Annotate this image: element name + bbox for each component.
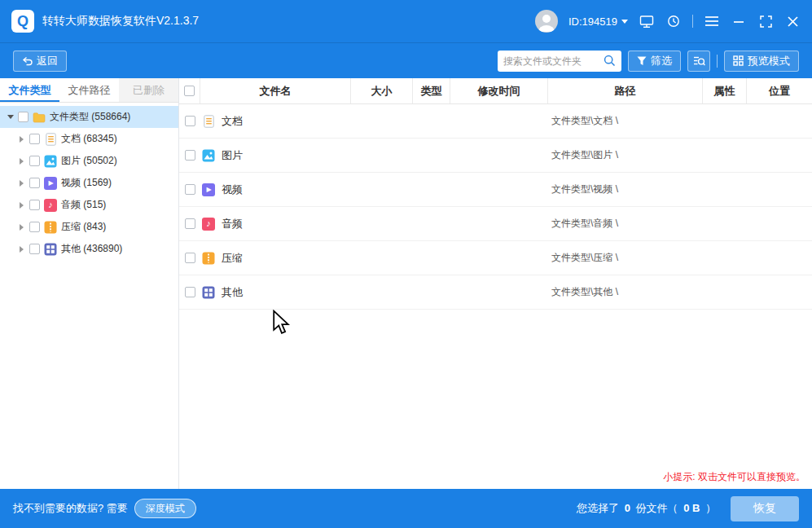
tree-root-checkbox[interactable] [18, 112, 29, 122]
file-name: 音频 [222, 217, 243, 231]
statusbar: 找不到需要的数据? 需要 深度模式 您选择了 0 份文件（ 0 B ） 恢复 [0, 489, 812, 528]
tree-item-images[interactable]: 图片 (50502) [0, 150, 178, 172]
collapse-caret-icon[interactable] [20, 224, 24, 231]
table-row-archives[interactable]: 压缩 文件类型\压缩 \ [179, 241, 812, 275]
filter-funnel-icon [637, 56, 647, 66]
filter-button[interactable]: 筛选 [628, 51, 681, 72]
user-id-dropdown[interactable]: ID:194519 [568, 15, 628, 28]
close-icon [788, 16, 798, 27]
archive-icon [44, 221, 57, 234]
recover-button[interactable]: 恢复 [731, 496, 799, 521]
back-button[interactable]: 返回 [13, 51, 67, 72]
tree-item-videos[interactable]: ▶ 视频 (1569) [0, 172, 178, 194]
tree-item-audio[interactable]: ♪ 音频 (515) [0, 194, 178, 216]
user-silhouette-icon [535, 10, 558, 33]
file-table: 文件名 大小 类型 修改时间 路径 属性 位置 文档 文件类 [179, 78, 812, 489]
select-all-checkbox[interactable] [184, 86, 195, 96]
list-search-icon [693, 55, 705, 67]
folder-icon [33, 111, 46, 124]
tree-item-label: 图片 (50502) [61, 154, 117, 168]
tree-item-checkbox[interactable] [29, 134, 40, 144]
expand-caret-icon[interactable] [7, 115, 14, 119]
table-row-images[interactable]: 图片 文件类型\图片 \ [179, 139, 812, 173]
tree-item-checkbox[interactable] [29, 178, 40, 188]
tab-file-type[interactable]: 文件类型 [0, 78, 59, 102]
tab-file-path[interactable]: 文件路径 [59, 78, 119, 102]
archive-icon [202, 252, 215, 265]
file-path: 文件类型\压缩 \ [548, 251, 703, 265]
file-path: 文件类型\文档 \ [548, 114, 703, 128]
row-checkbox[interactable] [185, 218, 195, 229]
video-icon: ▶ [44, 177, 57, 190]
preview-hint: 小提示: 双击文件可以直接预览。 [663, 470, 805, 484]
avatar[interactable] [535, 10, 558, 33]
sidebar-tabs: 文件类型 文件路径 已删除 [0, 78, 178, 103]
collapse-caret-icon[interactable] [20, 158, 24, 165]
file-path: 文件类型\其他 \ [548, 285, 703, 299]
customer-service-button[interactable] [665, 13, 682, 29]
tree-item-archives[interactable]: 压缩 (843) [0, 216, 178, 238]
advanced-search-button[interactable] [687, 51, 710, 72]
search-input[interactable] [503, 55, 599, 67]
monitor-icon [639, 15, 654, 29]
row-checkbox[interactable] [185, 253, 195, 263]
image-icon [44, 155, 57, 168]
titlebar: Q 转转大师数据恢复软件V2.1.3.7 ID:194519 [0, 0, 812, 42]
tab-deleted[interactable]: 已删除 [119, 78, 178, 102]
collapse-caret-icon[interactable] [20, 180, 24, 187]
image-icon [202, 149, 215, 162]
maximize-icon [760, 15, 772, 28]
customer-service-icon [666, 14, 681, 29]
tree-item-other[interactable]: 其他 (436890) [0, 238, 178, 260]
search-icon[interactable] [604, 55, 616, 67]
collapse-caret-icon[interactable] [20, 202, 24, 209]
row-checkbox[interactable] [185, 116, 195, 126]
tree-item-checkbox[interactable] [29, 200, 40, 210]
table-row-other[interactable]: 其他 文件类型\其他 \ [179, 275, 812, 310]
collapse-caret-icon[interactable] [20, 246, 24, 253]
tree-item-checkbox[interactable] [29, 244, 40, 254]
tree-root-file-type[interactable]: 文件类型 (558664) [0, 106, 178, 128]
user-id: ID:194519 [568, 15, 617, 28]
close-button[interactable] [784, 13, 801, 29]
hamburger-menu-icon [705, 16, 718, 26]
column-header-position: 位置 [747, 78, 812, 103]
minimize-button[interactable] [731, 13, 747, 29]
row-checkbox[interactable] [185, 150, 195, 161]
row-checkbox[interactable] [185, 184, 195, 195]
table-row-videos[interactable]: ▶ 视频 文件类型\视频 \ [179, 173, 812, 207]
preview-mode-button[interactable]: 预览模式 [724, 51, 799, 72]
menu-button[interactable] [704, 13, 720, 29]
grid-icon [733, 55, 744, 66]
selection-summary: 您选择了 0 份文件（ 0 B ） [577, 501, 716, 516]
titlebar-divider [692, 15, 693, 28]
column-header-attr: 属性 [703, 78, 747, 103]
table-row-audio[interactable]: ♪ 音频 文件类型\音频 \ [179, 207, 812, 241]
doc-icon [202, 115, 215, 128]
collapse-caret-icon[interactable] [20, 136, 24, 143]
table-row-docs[interactable]: 文档 文件类型\文档 \ [179, 104, 812, 139]
maximize-button[interactable] [757, 13, 774, 29]
tree-item-docs[interactable]: 文档 (68345) [0, 128, 178, 150]
chevron-down-icon [621, 20, 628, 24]
column-header-filename: 文件名 [200, 78, 351, 103]
column-header-path: 路径 [548, 78, 703, 103]
app-logo-icon: Q [11, 10, 34, 33]
feedback-monitor-button[interactable] [639, 13, 655, 29]
file-name: 文档 [222, 114, 243, 129]
tree-item-checkbox[interactable] [29, 222, 40, 232]
selection-suffix: ） [705, 502, 716, 514]
audio-icon: ♪ [202, 218, 215, 231]
file-name: 压缩 [222, 251, 243, 266]
tree-item-checkbox[interactable] [29, 156, 40, 166]
row-checkbox[interactable] [185, 287, 195, 297]
table-header: 文件名 大小 类型 修改时间 路径 属性 位置 [179, 78, 812, 104]
other-icon [202, 286, 215, 299]
tree-item-label: 音频 (515) [61, 198, 106, 212]
tree-root-label: 文件类型 (558664) [50, 110, 130, 124]
video-icon: ▶ [202, 183, 215, 196]
selection-count: 0 [625, 502, 630, 514]
sidebar: 文件类型 文件路径 已删除 文件类型 (558664) [0, 78, 179, 489]
back-button-label: 返回 [37, 54, 58, 68]
deep-mode-button[interactable]: 深度模式 [134, 499, 196, 518]
